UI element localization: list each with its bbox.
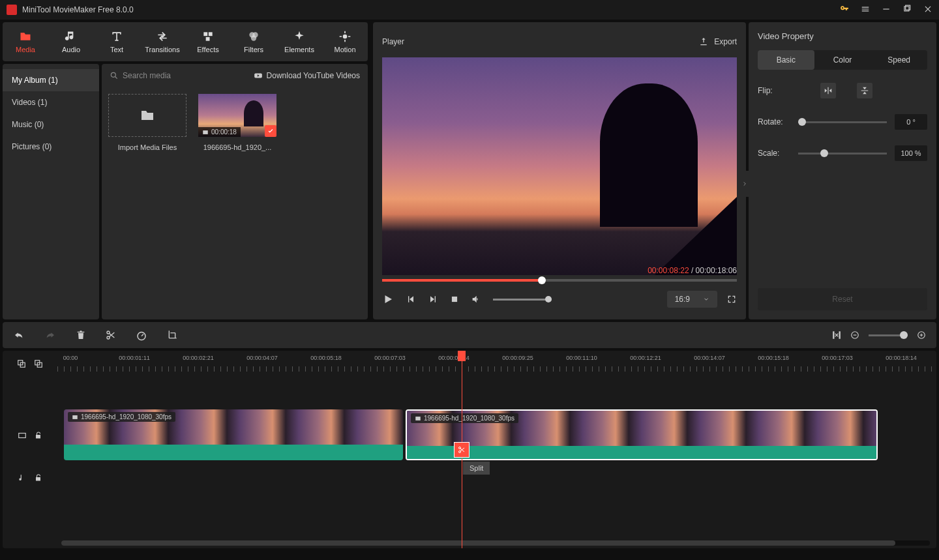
scale-label: Scale: [758, 149, 790, 158]
timeline: 00:0000:00:01:1100:00:02:2100:00:04:0700… [3, 351, 936, 548]
ruler-tick: 00:00:01:11 [119, 355, 150, 361]
play-button[interactable] [382, 293, 394, 305]
tab-filters[interactable]: Filters [231, 22, 276, 61]
playhead-split-button[interactable] [454, 442, 470, 458]
fullscreen-button[interactable] [726, 294, 737, 304]
prop-tab-basic[interactable]: Basic [758, 50, 814, 70]
album-videos[interactable]: Videos (1) [3, 91, 99, 113]
scale-value[interactable]: 100 % [895, 145, 927, 161]
minimize-button[interactable] [882, 5, 891, 16]
video-track[interactable]: 1966695-hd_1920_1080_30fps 1966695-hd_19… [57, 409, 936, 462]
album-music[interactable]: Music (0) [3, 113, 99, 136]
timeline-clip-1[interactable]: 1966695-hd_1920_1080_30fps [64, 409, 403, 460]
search-media[interactable]: Search media [110, 71, 171, 80]
tab-text[interactable]: Text [94, 22, 140, 61]
collapse-property-button[interactable] [741, 171, 749, 197]
audio-track[interactable] [57, 462, 936, 494]
split-button[interactable] [106, 330, 116, 340]
flip-v-icon [860, 86, 869, 95]
folder-icon [19, 30, 32, 43]
svg-rect-1 [904, 6, 909, 10]
motion-icon [338, 30, 351, 43]
aspect-ratio-select[interactable]: 16:9 [667, 291, 717, 308]
rotate-value[interactable]: 0 ° [895, 114, 927, 130]
maximize-button[interactable] [902, 5, 912, 16]
text-icon [110, 30, 123, 43]
timeline-ruler[interactable]: 00:0000:00:01:1100:00:02:2100:00:04:0700… [57, 351, 936, 377]
app-title: MiniTool MovieMaker Free 8.0.0 [22, 5, 134, 14]
scale-slider[interactable] [798, 153, 887, 155]
stop-button[interactable] [450, 295, 459, 304]
import-label: Import Media Files [108, 143, 186, 151]
video-track-icon [18, 431, 27, 440]
svg-rect-23 [19, 434, 26, 438]
key-icon[interactable] [840, 5, 849, 16]
svg-rect-25 [415, 417, 421, 420]
fit-timeline-button[interactable] [832, 331, 841, 340]
tab-media[interactable]: Media [3, 22, 48, 61]
prev-frame-button[interactable] [406, 294, 416, 304]
ruler-tick: 00:00:11:10 [566, 355, 597, 361]
redo-button[interactable] [44, 329, 56, 341]
tab-audio[interactable]: Audio [48, 22, 94, 61]
svg-rect-3 [203, 32, 207, 36]
lock-audio-track-button[interactable] [35, 473, 42, 482]
flip-label: Flip: [758, 86, 790, 95]
menu-icon[interactable] [861, 5, 870, 16]
ruler-tick: 00:00:07:03 [374, 355, 406, 361]
undo-button[interactable] [13, 329, 25, 341]
speed-button[interactable] [136, 329, 147, 341]
svg-rect-4 [209, 32, 213, 36]
svg-point-10 [111, 72, 115, 77]
svg-rect-0 [883, 8, 889, 9]
main-tabs: Media Audio Text Transitions Effects Fil… [3, 22, 368, 61]
lock-track-button[interactable] [35, 431, 42, 440]
media-clip-tile[interactable]: 00:00:18 1966695-hd_1920_... [198, 94, 276, 151]
remove-track-button[interactable] [34, 359, 43, 368]
tab-motion[interactable]: Motion [322, 22, 368, 61]
flip-horizontal-button[interactable] [820, 83, 836, 98]
folder-icon [140, 108, 155, 123]
filters-icon [247, 30, 260, 43]
player-title: Player [382, 37, 404, 46]
import-media-button[interactable] [108, 94, 186, 137]
zoom-in-button[interactable] [917, 331, 926, 340]
timeline-clip-2[interactable]: 1966695-hd_1920_1080_30fps [406, 409, 878, 460]
zoom-out-button[interactable] [850, 331, 859, 340]
download-youtube-link[interactable]: Download YouTube Videos [254, 71, 360, 80]
prop-tab-speed[interactable]: Speed [871, 50, 927, 70]
svg-point-9 [343, 35, 348, 39]
close-button[interactable] [923, 5, 932, 16]
zoom-slider[interactable] [869, 334, 908, 336]
ruler-tick: 00:00:17:03 [822, 355, 853, 361]
next-frame-button[interactable] [428, 294, 438, 304]
ruler-tick: 00:00:05:18 [310, 355, 342, 361]
export-button[interactable]: Export [698, 37, 737, 47]
rotate-slider[interactable] [798, 121, 887, 123]
reset-button[interactable]: Reset [758, 288, 927, 310]
tab-transitions[interactable]: Transitions [140, 22, 185, 61]
volume-button[interactable] [471, 294, 481, 304]
album-pictures[interactable]: Pictures (0) [3, 136, 99, 158]
player-progress-bar[interactable] [382, 279, 737, 282]
ruler-tick: 00:00:12:21 [630, 355, 661, 361]
delete-button[interactable] [76, 330, 86, 340]
add-track-button[interactable] [17, 359, 26, 368]
crop-button[interactable] [167, 330, 177, 340]
sparkle-icon [293, 30, 306, 43]
tab-effects[interactable]: Effects [185, 22, 231, 61]
rotate-label: Rotate: [758, 117, 790, 126]
property-panel: Video Property Basic Color Speed Flip: R… [749, 22, 936, 319]
time-display: 00:00:08:22 / 00:00:18:06 [382, 266, 737, 275]
player-preview[interactable] [382, 57, 737, 275]
ruler-tick: 00:00:09:25 [502, 355, 533, 361]
album-my-album[interactable]: My Album (1) [3, 69, 99, 91]
tab-elements[interactable]: Elements [276, 22, 322, 61]
ruler-tick: 00:00:02:21 [183, 355, 214, 361]
volume-slider[interactable] [493, 299, 552, 301]
svg-rect-2 [906, 5, 910, 10]
playhead[interactable]: Split [462, 351, 462, 548]
prop-tab-color[interactable]: Color [814, 50, 871, 70]
flip-vertical-button[interactable] [857, 83, 872, 98]
timeline-scrollbar[interactable] [61, 540, 930, 546]
